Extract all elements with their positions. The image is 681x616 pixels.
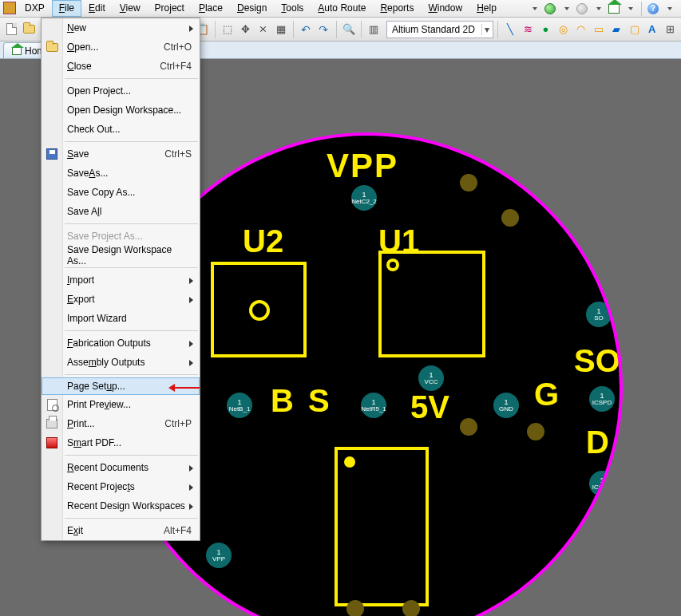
move-button[interactable]: ✥ xyxy=(238,21,254,38)
zoom-button[interactable]: 🔍 xyxy=(341,21,357,38)
component-body xyxy=(335,447,429,606)
menu-window[interactable]: Window xyxy=(421,0,469,17)
menu-separator xyxy=(65,223,198,224)
menu-item-print[interactable]: Print...Ctrl+P xyxy=(42,414,200,433)
nav-back-button[interactable] xyxy=(543,2,557,16)
menu-item-new[interactable]: New xyxy=(42,18,200,38)
diff-pair-button[interactable]: ≋ xyxy=(520,21,536,38)
undo-button[interactable]: ↶ xyxy=(298,21,314,38)
via xyxy=(402,600,420,616)
document-icon xyxy=(6,23,17,35)
via xyxy=(460,418,477,436)
menu-design[interactable]: Design xyxy=(230,0,274,17)
menu-item-save-as[interactable]: Save As... xyxy=(42,164,200,183)
open-button[interactable] xyxy=(21,21,37,38)
poly-button[interactable]: ▰ xyxy=(608,21,624,38)
menubar-right: ? xyxy=(527,0,681,17)
via-button[interactable]: ● xyxy=(537,21,553,38)
menu-place[interactable]: Place xyxy=(192,0,230,17)
menu-file[interactable]: File xyxy=(52,0,81,17)
separator xyxy=(361,21,362,38)
help-dd[interactable] xyxy=(662,2,676,16)
menu-view[interactable]: View xyxy=(113,0,148,17)
menu-separator xyxy=(65,330,198,331)
printer-icon xyxy=(46,417,58,430)
menu-item-open-workspace[interactable]: Open Design Workspace... xyxy=(42,101,200,120)
pin1-dot-icon xyxy=(344,456,355,468)
menu-item-save-copy-as[interactable]: Save Copy As... xyxy=(42,183,200,202)
menu-separator xyxy=(65,141,198,142)
menu-item-checkout[interactable]: Check Out... xyxy=(42,120,200,139)
divider xyxy=(641,2,642,16)
rubber-band-button[interactable]: ▦ xyxy=(273,21,289,38)
silk-d: D xyxy=(586,424,609,460)
menu-item-import[interactable]: Import xyxy=(42,270,200,290)
nav-back-dd[interactable] xyxy=(559,2,573,16)
menu-separator xyxy=(65,455,198,456)
nav-fwd-button[interactable] xyxy=(575,2,589,16)
component-u1 xyxy=(378,251,485,357)
place-pad-button[interactable]: ◎ xyxy=(556,21,572,38)
menu-edit[interactable]: Edit xyxy=(81,0,113,17)
menu-reports[interactable]: Reports xyxy=(373,0,421,17)
pin1-marker-icon xyxy=(249,300,270,321)
region-button[interactable]: ▢ xyxy=(626,21,642,38)
menu-item-close[interactable]: CloseCtrl+F4 xyxy=(42,57,200,76)
home-icon xyxy=(12,47,22,55)
fill-button[interactable]: ▭ xyxy=(591,21,607,38)
nav-fwd-dd[interactable] xyxy=(591,2,605,16)
menu-item-smart-pdf[interactable]: Smart PDF... xyxy=(42,433,200,452)
menu-item-open[interactable]: Open...Ctrl+O xyxy=(42,38,200,57)
route-button[interactable]: ╲ xyxy=(502,21,518,38)
silk-so: SO xyxy=(574,343,620,379)
component-u2 xyxy=(211,262,307,357)
menu-project[interactable]: Project xyxy=(148,0,192,17)
view-config-combo[interactable]: Altium Standard 2D ▾ xyxy=(386,21,493,38)
home-dd[interactable] xyxy=(623,2,637,16)
menu-separator xyxy=(65,267,198,268)
pdf-icon xyxy=(46,436,58,449)
silk-s: S xyxy=(308,383,330,419)
silk-r: R xyxy=(207,592,230,616)
string-button[interactable]: A xyxy=(644,21,660,38)
file-menu-dropdown: New Open...Ctrl+O CloseCtrl+F4 Open Proj… xyxy=(41,18,200,541)
menu-item-export[interactable]: Export xyxy=(42,290,200,309)
menu-bar: DXP File Edit View Project Place Design … xyxy=(0,0,681,18)
menu-item-save-workspace-as[interactable]: Save Design Workspace As... xyxy=(42,246,200,265)
app-icon xyxy=(3,2,16,14)
redo-button[interactable]: ↶ xyxy=(315,21,331,38)
arc-button[interactable]: ◠ xyxy=(573,21,589,38)
menu-item-page-setup[interactable]: Page Setup... xyxy=(42,377,200,395)
history-split-button[interactable] xyxy=(527,2,541,16)
pad-gnd: 1GND xyxy=(493,393,519,418)
menu-help[interactable]: Help xyxy=(469,0,504,17)
pad-netr5: 1NetR5_1 xyxy=(361,393,386,418)
menu-item-import-wizard[interactable]: Import Wizard xyxy=(42,309,200,328)
menu-item-open-project[interactable]: Open Project... xyxy=(42,81,200,101)
via xyxy=(527,423,544,440)
component-button[interactable]: ⊞ xyxy=(662,21,678,38)
menu-item-save[interactable]: SaveCtrl+S xyxy=(42,144,200,164)
help-button[interactable]: ? xyxy=(646,2,660,16)
menu-dxp[interactable]: DXP xyxy=(18,0,52,17)
menu-autoroute[interactable]: Auto Route xyxy=(311,0,373,17)
silk-5v: 5V xyxy=(410,389,449,425)
view-config-value: Altium Standard 2D xyxy=(387,24,481,35)
menu-item-save-project-as: Save Project As... xyxy=(42,227,200,246)
deselect-button[interactable]: ⨯ xyxy=(255,21,271,38)
menu-item-save-all[interactable]: Save All xyxy=(42,202,200,221)
menu-item-exit[interactable]: ExitAlt+F4 xyxy=(42,521,200,540)
menu-item-recent-workspaces[interactable]: Recent Design Workspaces xyxy=(42,496,200,515)
browse-button[interactable]: ▥ xyxy=(366,21,382,38)
menu-item-assembly-outputs[interactable]: Assembly Outputs xyxy=(42,353,200,372)
menu-item-recent-documents[interactable]: Recent Documents xyxy=(42,458,200,477)
home-button[interactable] xyxy=(607,2,621,16)
select-button[interactable]: ⬚ xyxy=(220,21,236,38)
menu-item-print-preview[interactable]: Print Preview... xyxy=(42,395,200,414)
menu-item-fabrication-outputs[interactable]: Fabrication Outputs xyxy=(42,334,200,353)
menu-tools[interactable]: Tools xyxy=(274,0,311,17)
new-doc-button[interactable] xyxy=(3,21,19,38)
menu-item-recent-projects[interactable]: Recent Projects xyxy=(42,477,200,496)
folder-icon xyxy=(23,25,35,34)
preview-icon xyxy=(46,398,58,411)
